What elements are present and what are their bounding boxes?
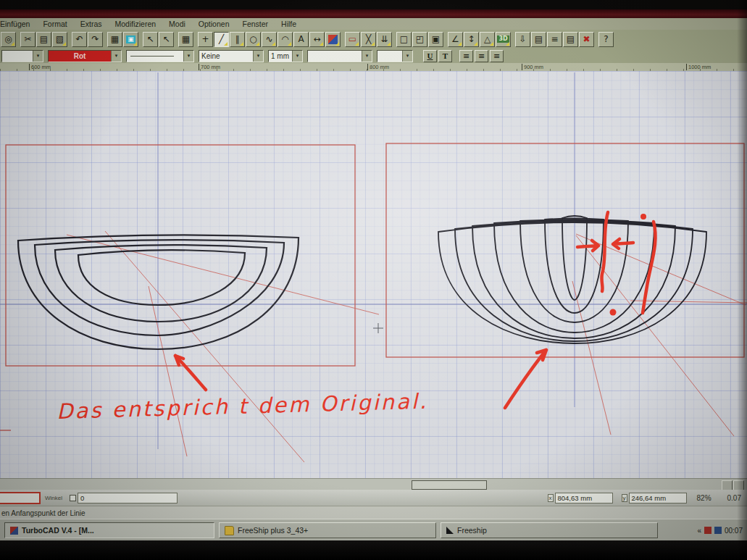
- system-tray[interactable]: « 00:07: [697, 527, 747, 535]
- measure-angle-button[interactable]: ∠: [448, 32, 463, 47]
- parallel-lines-icon: ∥: [235, 35, 240, 43]
- pen-style-dropdown[interactable]: ▼: [1, 50, 43, 62]
- line-tool-button[interactable]: ╱: [214, 32, 229, 47]
- taskbar-button-freeship-folder[interactable]: FreeShip plus 3_43+: [219, 522, 436, 538]
- layers-button[interactable]: ▤: [563, 32, 578, 47]
- scrollbar-thumb[interactable]: [412, 480, 487, 490]
- angle-checkbox[interactable]: [70, 495, 76, 501]
- menu-item-format[interactable]: Format: [37, 19, 72, 29]
- chevron-down-icon: ▼: [402, 51, 412, 62]
- font-dropdown[interactable]: ▼: [307, 50, 372, 62]
- right-hull-sections[interactable]: [438, 216, 706, 343]
- context-help-button[interactable]: ?: [598, 32, 614, 47]
- cut-button[interactable]: ✂: [20, 32, 36, 47]
- menu-item-einfuegen[interactable]: Einfügen: [0, 19, 36, 29]
- open-folder-button[interactable]: ⇩: [515, 32, 530, 47]
- drawing-canvas[interactable]: Das entsprich t dem Original.: [0, 71, 747, 478]
- freeship-icon: [446, 527, 454, 534]
- pen-style-value: [2, 51, 33, 62]
- x-coordinate-value: 804,63 mm: [558, 494, 593, 502]
- measure-triangle-button[interactable]: △: [480, 32, 495, 47]
- menu-item-modifizieren[interactable]: Modifizieren: [109, 19, 162, 29]
- align-left-icon: ≡: [463, 51, 470, 61]
- select-cursor-button[interactable]: ↖: [143, 32, 158, 47]
- list-view-button[interactable]: ≡: [547, 32, 562, 47]
- redo-button[interactable]: ↷: [88, 32, 103, 47]
- coordinate-bar: Winkel 0 x 804,63 mm y 246,64 mm 82% 0.0…: [0, 490, 747, 506]
- dimension-tool-button[interactable]: ↔: [309, 32, 325, 47]
- pen-dot: [610, 309, 617, 316]
- hull-section-curve[interactable]: [438, 222, 706, 343]
- menu-item-modi[interactable]: Modi: [163, 19, 191, 29]
- menu-item-fenster[interactable]: Fenster: [236, 19, 274, 29]
- align-center-button[interactable]: ≡: [475, 50, 488, 62]
- pages-button[interactable]: ▤: [531, 32, 546, 47]
- circle-tool-button[interactable]: ○: [246, 32, 261, 47]
- menu-item-hilfe[interactable]: Hilfe: [275, 19, 302, 29]
- line-style-dropdown[interactable]: ▼: [126, 50, 194, 62]
- property-grid-button[interactable]: ▦: [178, 32, 193, 47]
- snap-tool-button[interactable]: ⇊: [377, 32, 392, 47]
- select-frame-button[interactable]: □: [396, 32, 412, 47]
- line-width-dropdown[interactable]: 1 mm ▼: [268, 50, 303, 62]
- paste-button[interactable]: ▧: [52, 32, 67, 47]
- cursor-alt-icon: ↖: [162, 35, 170, 43]
- x-coordinate-input[interactable]: 804,63 mm: [555, 493, 613, 503]
- underline-button[interactable]: U: [423, 50, 437, 62]
- taskbar-button-turbocad[interactable]: TurboCAD V.4 - [M...: [4, 522, 214, 538]
- tray-app-icon-blue[interactable]: [714, 527, 722, 534]
- point-tool-button[interactable]: +: [198, 32, 213, 47]
- line-width-value: 1 mm: [269, 51, 292, 62]
- node-edit-button[interactable]: ◰: [412, 32, 427, 47]
- list-icon: ≡: [551, 35, 558, 43]
- arc-tool-button[interactable]: ◠: [277, 32, 293, 47]
- scrollbar-button[interactable]: [733, 480, 744, 490]
- print-icon: ▦: [111, 35, 119, 43]
- align-left-button[interactable]: ≡: [459, 50, 473, 62]
- undo-icon: ↶: [75, 35, 83, 43]
- save-button[interactable]: ▣: [123, 32, 138, 47]
- angle-value: 0: [80, 494, 84, 502]
- cross-marker: [373, 323, 383, 333]
- tray-chevron-icon[interactable]: «: [697, 527, 701, 535]
- chevron-down-icon: ▼: [111, 51, 121, 62]
- select-frame-icon: □: [400, 35, 408, 43]
- zoom-tool-button[interactable]: ◎: [1, 32, 16, 47]
- text-tool-button[interactable]: A: [293, 32, 309, 47]
- horizontal-scrollbar[interactable]: [0, 478, 747, 490]
- select-cursor-alt-button[interactable]: ↖: [159, 32, 174, 47]
- line-icon: ╱: [219, 35, 224, 43]
- measure-length-button[interactable]: ↕: [464, 32, 479, 47]
- cross-line-button[interactable]: ╳: [361, 32, 376, 47]
- fill-color-button[interactable]: ▨: [325, 32, 341, 47]
- menu-item-optionen[interactable]: Optionen: [193, 19, 235, 29]
- color-dropdown[interactable]: Rot ▼: [48, 50, 122, 62]
- delete-table-button[interactable]: ✖: [579, 32, 594, 47]
- undo-button[interactable]: ↶: [72, 32, 87, 47]
- folder-icon: [225, 526, 234, 535]
- tray-app-icon-red[interactable]: [704, 527, 711, 534]
- parallel-tool-button[interactable]: ∥: [230, 32, 245, 47]
- curve-tool-button[interactable]: ∿: [262, 32, 277, 47]
- y-coordinate-input[interactable]: 246,64 mm: [629, 493, 687, 503]
- font-size-dropdown[interactable]: ▼: [377, 50, 413, 62]
- rectangle-tool-button[interactable]: ▭: [345, 32, 360, 47]
- pattern-dropdown[interactable]: Keine ▼: [199, 50, 264, 62]
- tray-clock[interactable]: 00:07: [725, 527, 743, 535]
- menu-item-extras[interactable]: Extras: [75, 19, 108, 29]
- align-right-button[interactable]: ≡: [490, 50, 504, 62]
- edit-frame-button[interactable]: ▣: [428, 32, 443, 47]
- x-coordinate-icon: x: [548, 494, 554, 502]
- line-style-sample: [127, 51, 183, 62]
- copy-button[interactable]: ▤: [36, 32, 51, 47]
- angle-input[interactable]: 0: [78, 493, 178, 503]
- print-button[interactable]: ▦: [107, 32, 122, 47]
- edit-frame-icon: ▣: [432, 35, 440, 43]
- scrollbar-button[interactable]: [722, 480, 733, 490]
- selected-coordinate-field[interactable]: [0, 492, 41, 504]
- render-3d-button[interactable]: 3D: [496, 32, 511, 47]
- text-format-button[interactable]: T: [438, 50, 452, 62]
- hull-section-curve[interactable]: [55, 245, 267, 322]
- taskbar-button-freeship[interactable]: Freeship: [441, 522, 658, 538]
- taskbar-button-label: Freeship: [457, 526, 487, 535]
